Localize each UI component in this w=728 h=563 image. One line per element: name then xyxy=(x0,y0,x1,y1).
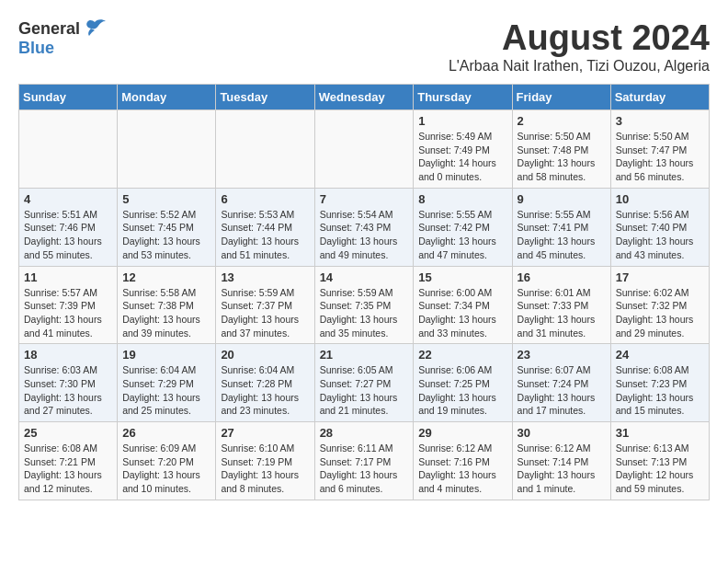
calendar-cell: 8Sunrise: 5:55 AM Sunset: 7:42 PM Daylig… xyxy=(414,188,512,266)
day-number: 14 xyxy=(320,270,409,284)
col-header-friday: Friday xyxy=(512,85,610,110)
day-info: Sunrise: 6:02 AM Sunset: 7:32 PM Dayligh… xyxy=(616,286,704,340)
day-info: Sunrise: 6:04 AM Sunset: 7:29 PM Dayligh… xyxy=(122,363,210,418)
calendar-cell: 18Sunrise: 6:03 AM Sunset: 7:30 PM Dayli… xyxy=(19,344,118,422)
day-number: 2 xyxy=(518,114,606,128)
col-header-monday: Monday xyxy=(118,85,216,110)
location-text: L'Arbaa Nait Irathen, Tizi Ouzou, Algeri… xyxy=(449,58,710,75)
calendar-cell: 11Sunrise: 5:57 AM Sunset: 7:39 PM Dayli… xyxy=(19,266,118,344)
calendar-header-row: SundayMondayTuesdayWednesdayThursdayFrid… xyxy=(19,85,710,110)
day-info: Sunrise: 5:50 AM Sunset: 7:48 PM Dayligh… xyxy=(518,130,606,184)
calendar-cell xyxy=(19,110,118,189)
title-block: August 2024 L'Arbaa Nait Irathen, Tizi O… xyxy=(449,18,710,75)
col-header-tuesday: Tuesday xyxy=(216,85,314,110)
calendar-cell: 30Sunrise: 6:12 AM Sunset: 7:14 PM Dayli… xyxy=(512,422,610,500)
day-number: 28 xyxy=(320,426,409,440)
page-header: General Blue August 2024 L'Arbaa Nait Ir… xyxy=(18,18,710,75)
day-number: 23 xyxy=(518,348,606,362)
col-header-saturday: Saturday xyxy=(610,85,709,110)
calendar-cell: 7Sunrise: 5:54 AM Sunset: 7:43 PM Daylig… xyxy=(314,188,414,266)
calendar-cell: 25Sunrise: 6:08 AM Sunset: 7:21 PM Dayli… xyxy=(19,422,118,500)
day-info: Sunrise: 6:13 AM Sunset: 7:13 PM Dayligh… xyxy=(616,442,704,496)
day-number: 25 xyxy=(24,426,112,440)
calendar-cell: 9Sunrise: 5:55 AM Sunset: 7:41 PM Daylig… xyxy=(512,188,610,266)
day-info: Sunrise: 5:55 AM Sunset: 7:42 PM Dayligh… xyxy=(418,208,506,262)
calendar-cell: 13Sunrise: 5:59 AM Sunset: 7:37 PM Dayli… xyxy=(216,266,314,344)
day-number: 5 xyxy=(122,192,210,206)
day-number: 9 xyxy=(518,192,606,206)
day-number: 20 xyxy=(221,348,309,362)
calendar-cell: 3Sunrise: 5:50 AM Sunset: 7:47 PM Daylig… xyxy=(610,110,709,189)
day-number: 11 xyxy=(24,270,112,284)
day-info: Sunrise: 5:50 AM Sunset: 7:47 PM Dayligh… xyxy=(616,130,704,184)
day-info: Sunrise: 6:00 AM Sunset: 7:34 PM Dayligh… xyxy=(418,286,506,340)
calendar-cell: 12Sunrise: 5:58 AM Sunset: 7:38 PM Dayli… xyxy=(118,266,216,344)
day-info: Sunrise: 5:57 AM Sunset: 7:39 PM Dayligh… xyxy=(24,286,112,340)
day-info: Sunrise: 5:52 AM Sunset: 7:45 PM Dayligh… xyxy=(122,208,210,262)
day-info: Sunrise: 6:04 AM Sunset: 7:28 PM Dayligh… xyxy=(221,363,309,418)
day-number: 6 xyxy=(221,192,309,206)
calendar-week-row: 4Sunrise: 5:51 AM Sunset: 7:46 PM Daylig… xyxy=(19,188,710,266)
day-number: 7 xyxy=(320,192,409,206)
day-info: Sunrise: 6:08 AM Sunset: 7:23 PM Dayligh… xyxy=(616,363,704,418)
calendar-cell: 16Sunrise: 6:01 AM Sunset: 7:33 PM Dayli… xyxy=(512,266,610,344)
calendar-cell: 29Sunrise: 6:12 AM Sunset: 7:16 PM Dayli… xyxy=(414,422,512,500)
calendar-cell: 23Sunrise: 6:07 AM Sunset: 7:24 PM Dayli… xyxy=(512,344,610,422)
day-number: 22 xyxy=(418,348,506,362)
calendar-cell: 15Sunrise: 6:00 AM Sunset: 7:34 PM Dayli… xyxy=(414,266,512,344)
calendar-cell: 24Sunrise: 6:08 AM Sunset: 7:23 PM Dayli… xyxy=(610,344,709,422)
day-number: 19 xyxy=(122,348,210,362)
day-number: 31 xyxy=(616,426,704,440)
calendar-cell: 14Sunrise: 5:59 AM Sunset: 7:35 PM Dayli… xyxy=(314,266,414,344)
day-number: 1 xyxy=(418,114,506,128)
day-number: 16 xyxy=(518,270,606,284)
day-info: Sunrise: 5:51 AM Sunset: 7:46 PM Dayligh… xyxy=(24,208,112,262)
logo-bird-icon xyxy=(82,18,108,39)
day-info: Sunrise: 6:09 AM Sunset: 7:20 PM Dayligh… xyxy=(122,442,210,496)
day-info: Sunrise: 6:10 AM Sunset: 7:19 PM Dayligh… xyxy=(221,442,309,496)
calendar-cell: 5Sunrise: 5:52 AM Sunset: 7:45 PM Daylig… xyxy=(118,188,216,266)
calendar-cell: 10Sunrise: 5:56 AM Sunset: 7:40 PM Dayli… xyxy=(610,188,709,266)
day-number: 18 xyxy=(24,348,112,362)
calendar-table: SundayMondayTuesdayWednesdayThursdayFrid… xyxy=(18,84,710,500)
day-info: Sunrise: 5:56 AM Sunset: 7:40 PM Dayligh… xyxy=(616,208,704,262)
day-info: Sunrise: 5:59 AM Sunset: 7:37 PM Dayligh… xyxy=(221,286,309,340)
day-info: Sunrise: 5:53 AM Sunset: 7:44 PM Dayligh… xyxy=(221,208,309,262)
calendar-cell: 27Sunrise: 6:10 AM Sunset: 7:19 PM Dayli… xyxy=(216,422,314,500)
calendar-cell xyxy=(314,110,414,189)
day-info: Sunrise: 5:58 AM Sunset: 7:38 PM Dayligh… xyxy=(122,286,210,340)
calendar-cell: 1Sunrise: 5:49 AM Sunset: 7:49 PM Daylig… xyxy=(414,110,512,189)
logo: General Blue xyxy=(18,18,108,58)
calendar-cell: 21Sunrise: 6:05 AM Sunset: 7:27 PM Dayli… xyxy=(314,344,414,422)
day-number: 26 xyxy=(122,426,210,440)
day-number: 24 xyxy=(616,348,704,362)
day-number: 21 xyxy=(320,348,409,362)
day-number: 13 xyxy=(221,270,309,284)
col-header-wednesday: Wednesday xyxy=(314,85,414,110)
day-info: Sunrise: 6:06 AM Sunset: 7:25 PM Dayligh… xyxy=(418,363,506,418)
month-title: August 2024 xyxy=(449,18,710,58)
day-info: Sunrise: 5:54 AM Sunset: 7:43 PM Dayligh… xyxy=(320,208,409,262)
calendar-cell: 2Sunrise: 5:50 AM Sunset: 7:48 PM Daylig… xyxy=(512,110,610,189)
day-number: 12 xyxy=(122,270,210,284)
day-number: 17 xyxy=(616,270,704,284)
day-info: Sunrise: 6:08 AM Sunset: 7:21 PM Dayligh… xyxy=(24,442,112,496)
day-number: 30 xyxy=(518,426,606,440)
calendar-cell xyxy=(118,110,216,189)
calendar-cell: 19Sunrise: 6:04 AM Sunset: 7:29 PM Dayli… xyxy=(118,344,216,422)
day-number: 10 xyxy=(616,192,704,206)
calendar-cell: 22Sunrise: 6:06 AM Sunset: 7:25 PM Dayli… xyxy=(414,344,512,422)
col-header-sunday: Sunday xyxy=(19,85,118,110)
logo-general-text: General xyxy=(18,19,80,39)
calendar-cell: 17Sunrise: 6:02 AM Sunset: 7:32 PM Dayli… xyxy=(610,266,709,344)
day-info: Sunrise: 6:12 AM Sunset: 7:14 PM Dayligh… xyxy=(518,442,606,496)
day-info: Sunrise: 6:05 AM Sunset: 7:27 PM Dayligh… xyxy=(320,363,409,418)
calendar-week-row: 1Sunrise: 5:49 AM Sunset: 7:49 PM Daylig… xyxy=(19,110,710,189)
calendar-cell: 28Sunrise: 6:11 AM Sunset: 7:17 PM Dayli… xyxy=(314,422,414,500)
day-info: Sunrise: 6:03 AM Sunset: 7:30 PM Dayligh… xyxy=(24,363,112,418)
calendar-cell: 6Sunrise: 5:53 AM Sunset: 7:44 PM Daylig… xyxy=(216,188,314,266)
day-number: 4 xyxy=(24,192,112,206)
day-info: Sunrise: 6:11 AM Sunset: 7:17 PM Dayligh… xyxy=(320,442,409,496)
day-info: Sunrise: 6:07 AM Sunset: 7:24 PM Dayligh… xyxy=(518,363,606,418)
calendar-cell: 26Sunrise: 6:09 AM Sunset: 7:20 PM Dayli… xyxy=(118,422,216,500)
